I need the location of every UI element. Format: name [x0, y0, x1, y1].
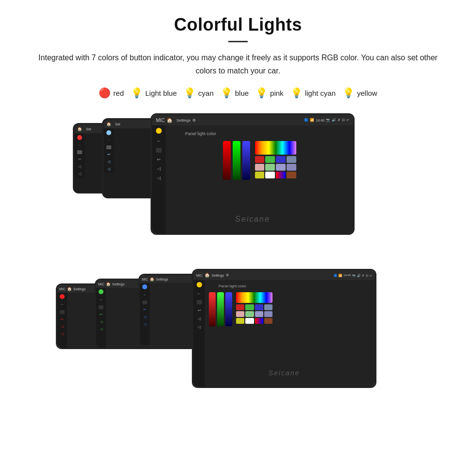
- panel-light-label: Panel light color: [185, 131, 216, 136]
- device-front: MIC 🏠 Settings ⚙ 🔵 📶 14:40 📷 🔊 ✗ ⊡: [151, 113, 355, 235]
- color-item-pink: 💡 pink: [255, 87, 284, 99]
- front-time: 14:40: [316, 119, 324, 122]
- title-divider: [228, 41, 248, 42]
- bulb-blue: 💡: [221, 87, 233, 99]
- bulb-pink: 💡: [255, 87, 268, 99]
- b4-time: 14:40: [343, 274, 351, 277]
- bulb-red: 🔴: [99, 87, 111, 99]
- color-label-yellow: yellow: [357, 89, 377, 97]
- bulb-lightblue: 💡: [131, 87, 143, 99]
- color-label-pink: pink: [270, 89, 284, 97]
- bulb-cyan: 💡: [184, 87, 196, 99]
- color-label-cyan: cyan: [198, 89, 214, 97]
- color-item-cyan: 💡 cyan: [184, 87, 214, 99]
- devices-top: 🏠 Set ← ↩ ◁ ◁: [19, 113, 457, 254]
- color-label-blue: blue: [235, 89, 249, 97]
- page-title: Colorful Lights: [19, 15, 457, 35]
- bulb-lightcyan: 💡: [290, 87, 303, 99]
- color-labels: 🔴 red 💡 Light blue 💡 cyan 💡 blue 💡 pink …: [19, 87, 457, 99]
- color-label-lightblue: Light blue: [145, 89, 177, 97]
- devices-bottom: MIC 🏠 Settings ← ↩ ◁ ◁: [19, 269, 457, 412]
- color-item-lightblue: 💡 Light blue: [131, 87, 177, 99]
- device-b4: MIC 🏠 Settings ⚙ 🔵📶 14:40 📷🔊✗⊡↩: [192, 269, 376, 388]
- color-item-yellow: 💡 yellow: [342, 87, 377, 99]
- color-item-red: 🔴 red: [99, 87, 124, 99]
- color-item-lightcyan: 💡 light cyan: [290, 87, 336, 99]
- device-stack-bottom: MIC 🏠 Settings ← ↩ ◁ ◁: [56, 269, 420, 410]
- device-stack-top: 🏠 Set ← ↩ ◁ ◁: [73, 113, 403, 249]
- front-settings-label: Settings: [176, 118, 190, 123]
- color-label-red: red: [113, 89, 124, 97]
- bulb-yellow: 💡: [342, 87, 355, 99]
- title-section: Colorful Lights Integrated with 7 colors…: [19, 15, 457, 77]
- page-wrapper: Colorful Lights Integrated with 7 colors…: [0, 0, 476, 432]
- color-item-blue: 💡 blue: [221, 87, 249, 99]
- b4-panel-label: Panel light color: [219, 284, 371, 288]
- description-text: Integrated with 7 colors of button indic…: [29, 51, 447, 77]
- color-label-lightcyan: light cyan: [305, 89, 336, 97]
